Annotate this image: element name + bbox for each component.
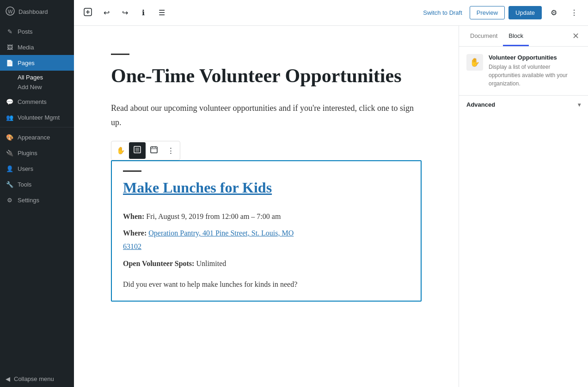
comments-icon: 💬 [6,97,14,106]
where-link[interactable]: Operation Pantry, 401 Pine Street, St. L… [123,229,294,250]
redo-icon: ↪ [122,8,128,17]
block-calendar-button[interactable] [146,142,162,159]
more-options-button[interactable]: ⋮ [566,5,582,21]
spots-label: Open Volunteer Spots: [123,260,194,267]
svg-text:W: W [8,9,13,14]
panel-settings-button[interactable]: ⚙ [545,5,562,21]
volunteer-icon: 👥 [6,113,14,121]
tab-document[interactable]: Document [465,26,503,46]
dashboard-label: Dashboard [18,8,48,15]
sidebar-divider [0,127,74,127]
panel-header: Document Block ✕ [459,26,588,47]
toolbar-right: Switch to Draft Preview Update ⚙ ⋮ [419,5,582,21]
sidebar-logo[interactable]: W Dashboard [0,0,74,24]
spots-value: Unlimited [196,260,226,267]
volunteer-when: When: Fri, August 9, 2019 from 12:00 am … [123,210,410,224]
block-description: Display a list of volunteer opportunitie… [489,63,581,88]
add-block-button[interactable] [80,5,96,21]
collapse-icon: ◀ [6,375,10,382]
gear-icon: ⚙ [551,8,557,17]
wordpress-icon: W [6,6,15,17]
panel-section-advanced: Advanced ▾ [459,95,588,114]
block-icon: ✋ [466,54,483,71]
sidebar-item-posts[interactable]: ✎ Posts [0,24,74,39]
undo-button[interactable]: ↩ [98,5,115,21]
toolbar: ↩ ↪ ℹ ☰ Switch to Draft Preview Update ⚙… [74,0,588,26]
sidebar-item-pages[interactable]: 📄 Pages [0,55,74,71]
volunteer-block: Make Lunches for Kids When: Fri, August … [111,160,422,302]
advanced-section-header[interactable]: Advanced ▾ [459,96,588,114]
hand-icon: ✋ [116,146,125,155]
preview-button[interactable]: Preview [470,6,505,19]
page-title: One-Time Volunteer Opportunities [111,64,422,87]
pages-icon: 📄 [6,59,14,67]
volunteer-title[interactable]: Make Lunches for Kids [123,179,410,196]
content-area: One-Time Volunteer Opportunities Read ab… [74,26,459,387]
close-icon: ✕ [572,31,579,41]
when-value: Fri, August 9, 2019 from 12:00 am – 7:00… [146,212,281,220]
sidebar-item-settings[interactable]: ⚙ Settings [0,192,74,208]
media-icon: 🖼 [6,43,14,51]
block-info-text: Volunteer Opportunities Display a list o… [489,54,581,88]
sidebar-item-label: Settings [18,197,39,204]
sidebar-sub-add-new[interactable]: Add New [18,82,74,92]
block-name: Volunteer Opportunities [489,54,581,61]
sidebar-item-volunteer-mgmt[interactable]: 👥 Volunteer Mgmt [0,109,74,125]
panel-close-button[interactable]: ✕ [569,29,582,43]
sidebar-item-tools[interactable]: 🔧 Tools [0,176,74,192]
update-button[interactable]: Update [508,6,542,19]
sidebar-item-label: Appearance [18,134,50,141]
sidebar-item-label: Pages [18,60,35,67]
tools-icon: 🔧 [6,180,14,188]
redo-button[interactable]: ↪ [116,5,133,21]
list-view-icon [133,145,141,155]
volunteer-description: Did you ever want to help make lunches f… [123,278,410,291]
pages-submenu: All Pages Add New [0,71,74,94]
list-view-button[interactable]: ☰ [153,5,170,21]
sidebar: W Dashboard ✎ Posts 🖼 Media 📄 Pages All … [0,0,74,387]
svg-rect-4 [151,147,157,153]
users-icon: 👤 [6,164,14,173]
posts-icon: ✎ [6,27,14,36]
where-label: Where: [123,229,147,237]
appearance-icon: 🎨 [6,133,14,141]
undo-icon: ↩ [104,8,110,17]
sidebar-item-label: Plugins [18,150,37,157]
plugins-icon: 🔌 [6,149,14,157]
sidebar-item-label: Media [18,44,34,51]
advanced-label: Advanced [466,101,495,108]
tab-block[interactable]: Block [503,26,529,46]
when-label: When: [123,212,144,220]
main-area: ↩ ↪ ℹ ☰ Switch to Draft Preview Update ⚙… [74,0,588,387]
block-drag-button[interactable]: ✋ [112,142,129,159]
sidebar-item-label: Tools [18,181,31,188]
sidebar-item-comments[interactable]: 💬 Comments [0,94,74,109]
right-panel: Document Block ✕ ✋ Volunteer Opportuniti… [459,26,588,387]
more-icon: ⋮ [167,146,174,155]
block-list-view-button[interactable] [129,142,146,159]
hand-raise-icon: ✋ [470,57,480,67]
sidebar-item-media[interactable]: 🖼 Media [0,39,74,55]
block-toolbar: ✋ ⋮ [111,141,180,160]
sidebar-item-label: Comments [18,98,47,105]
chevron-down-icon: ▾ [578,102,581,108]
add-icon [84,8,92,18]
collapse-menu[interactable]: ◀ Collapse menu [0,371,74,387]
sidebar-item-users[interactable]: 👤 Users [0,161,74,176]
page-intro: Read about our upcoming volunteer opport… [111,101,422,129]
volunteer-spots: Open Volunteer Spots: Unlimited [123,257,410,271]
calendar-icon [150,145,158,155]
sidebar-sub-all-pages[interactable]: All Pages [18,73,74,82]
sidebar-item-label: Users [18,165,33,172]
sidebar-item-plugins[interactable]: 🔌 Plugins [0,145,74,161]
block-more-button[interactable]: ⋮ [162,142,179,159]
switch-to-draft-button[interactable]: Switch to Draft [419,7,466,18]
block-info: ✋ Volunteer Opportunities Display a list… [459,47,588,95]
collapse-label: Collapse menu [14,375,54,382]
info-icon: ℹ [142,8,145,17]
list-icon: ☰ [159,8,165,17]
sidebar-item-appearance[interactable]: 🎨 Appearance [0,129,74,145]
info-button[interactable]: ℹ [135,5,152,21]
title-separator [111,54,129,55]
settings-icon: ⚙ [6,196,14,204]
